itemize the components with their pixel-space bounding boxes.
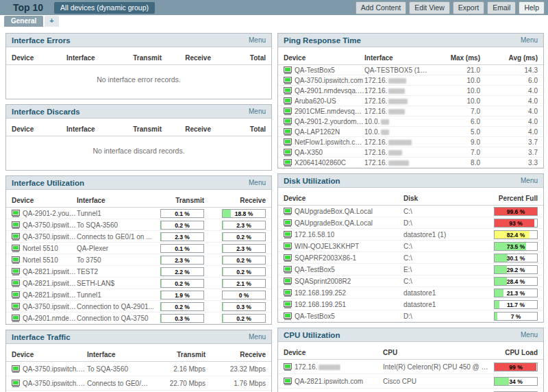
table-row[interactable]: QA-3750.ipswitch.com Connects to GE0/1 o… [6, 231, 271, 243]
table-row[interactable]: QAUpgradeBox.QA.Local D:\ 93 % [278, 217, 543, 229]
panel-header: Interface Errors Menu [6, 34, 271, 47]
device-cell: X20641402860C [284, 159, 364, 167]
table-row[interactable]: QA-2901.nmdevsqa... Connection to QA-375… [6, 313, 271, 324]
menu-link[interactable]: Menu [249, 179, 266, 186]
table-row[interactable]: QA-2901-2.yourdomain.com 10.0. 6.0 4.0 [278, 117, 543, 127]
table-row[interactable]: QA-2901.nmdevsqa.com 172.16. 10.0 4.0 [278, 86, 543, 96]
table-row[interactable]: Nortel 5510 To 3750 2.3 % 0.2 % [6, 254, 271, 266]
table-row[interactable]: QA-3750.ipswitch.com Cisco CPU 27 % [278, 389, 543, 392]
redacted-ip [388, 109, 405, 114]
device-icon [284, 87, 292, 95]
table-row[interactable]: QA-2901-2.yourdo... Tunnel1 0.1 % 18.8 % [6, 208, 271, 219]
menu-link[interactable]: Menu [249, 36, 266, 44]
table-row[interactable]: QA-X350 172.16. 7.0 3.7 [278, 147, 543, 158]
device-name: X20641402860C [295, 159, 346, 167]
edit-view-button[interactable]: Edit View [409, 1, 450, 14]
disk-name: E:\ [403, 266, 491, 273]
table-row[interactable]: QAUpgradeBox.QA.Local C:\ 99.6 % [278, 206, 543, 217]
cpu-load-value: 99 % [495, 363, 537, 372]
table-row[interactable]: NetFlow1.ipswitch.com 172.16. 9.0 3.7 [278, 137, 543, 147]
table-row[interactable]: QA-TestBox5 D:\ 7 % [278, 310, 543, 322]
table-row[interactable]: QA-2821.ipswitch.com TEST2 2.2 % 0.2 % [6, 266, 271, 278]
col-receive: Receive [162, 125, 211, 133]
receive-bar: 2.3 % [222, 221, 266, 230]
percent-full-value: 11.7 % [495, 301, 537, 310]
avg-ms-value: 3.7 [480, 138, 538, 146]
transmit-value: 2.3 % [161, 233, 203, 242]
device-group-button[interactable]: All devices (dynamic group) [54, 2, 155, 14]
menu-link[interactable]: Menu [521, 331, 538, 339]
percent-full-cell: 99.6 % [491, 207, 538, 216]
table-row[interactable]: QA-3750.ipswitch.com Connection to QA-29… [6, 301, 271, 313]
device-name: QA-2901.nmdevsqa.com [295, 87, 364, 95]
col-interface: Interface [77, 197, 155, 204]
table-row[interactable]: QA-3750.ipswitch.com To SQA-3560 2.16 Mb… [6, 362, 271, 376]
menu-link[interactable]: Menu [521, 36, 538, 44]
table-row[interactable]: QA-3750.ipswitch.com To SQA-3560 0.2 % 2… [6, 219, 271, 231]
table-row[interactable]: QA-LAP1262N 10.0. 5.0 4.0 [278, 127, 543, 137]
interface-name: 172.16. [364, 97, 431, 105]
table-row[interactable]: 192.168.199.252 datastore1 21.3 % [278, 287, 543, 299]
panel-title: CPU Utilization [284, 331, 340, 339]
device-cell: QAUpgradeBox.QA.Local [284, 208, 403, 215]
table-row[interactable]: QA-2821.ipswitch.com Cisco CPU 34 % [278, 374, 543, 389]
device-icon [284, 66, 292, 74]
transmit-bar: 0.2 % [160, 302, 204, 311]
menu-link[interactable]: Menu [249, 108, 266, 115]
device-name: QA-2821.ipswitch.com [23, 280, 77, 287]
receive-bar: 0.2 % [222, 232, 266, 241]
device-cell: Aruba620-US [284, 97, 364, 105]
add-content-button[interactable]: Add Content [356, 1, 406, 14]
menu-link[interactable]: Menu [249, 333, 266, 341]
table-row[interactable]: 192.168.199.251 datastore1 11.7 % [278, 299, 543, 310]
percent-full-cell: 82.4 % [491, 230, 538, 239]
device-name: Nortel 5510 [23, 245, 58, 252]
table-body: QA-TestBox5 QA-TESTBOX5 (172.16.59.150) … [278, 65, 543, 168]
transmit-cell: 0.2 % [155, 221, 204, 230]
table-row[interactable]: QA-2821.ipswitch.com Tunnel1 1.9 % 0 % [6, 289, 271, 301]
interface-name: 172.16. [364, 159, 431, 167]
device-icon [284, 149, 292, 156]
device-cell: NetFlow1.ipswitch.com [284, 138, 364, 146]
table-row[interactable]: X20641402860C 172.16. 8.0 3.3 [278, 158, 543, 168]
device-icon [12, 365, 20, 373]
col-device: Device [284, 195, 403, 202]
export-button[interactable]: Export [453, 1, 484, 14]
help-button[interactable]: Help [519, 1, 545, 14]
menu-link[interactable]: Menu [521, 177, 538, 184]
cpu-name: Cisco CPU [383, 378, 491, 385]
col-total: Total [211, 125, 266, 133]
col-transmit: Transmit [110, 125, 162, 133]
tab-general[interactable]: General [4, 16, 43, 27]
device-cell: QA-3750.ipswitch.com [12, 380, 87, 387]
transmit-value: 2.2 % [161, 268, 203, 277]
col-device: Device [12, 197, 77, 204]
device-cell: QA-3750.ipswitch.com [12, 233, 77, 241]
device-icon [12, 380, 20, 387]
add-tab-button[interactable]: + [45, 16, 58, 27]
table-row[interactable]: Nortel 5510 QA-Plexer 0.1 % 2.3 % [6, 243, 271, 254]
device-name: QAUpgradeBox.QA.Local [295, 219, 373, 227]
table-row[interactable]: QA-3750.ipswitch.com 172.16. 10.0 6.0 [278, 75, 543, 86]
table-row[interactable]: QA-3750.ipswitch.com Connects to GE0/1 o… [6, 376, 271, 391]
table-row[interactable]: 172.16. Intel(R) Celeron(R) CPU 450 @ 2.… [278, 360, 543, 374]
table-row[interactable]: SQAPRF2003X86-1 C:\ 30.1 % [278, 252, 543, 264]
table-row[interactable]: SQASprint2008R2 C:\ 28.4 % [278, 275, 543, 287]
table-row[interactable]: QA-2821.ipswitch.com SETH-LAN$ 0.2 % 2.1… [6, 278, 271, 289]
interface-name: To SQA-3560 [77, 221, 155, 229]
col-receive: Receive [204, 197, 266, 204]
table-row[interactable]: 172.16.58.10 datastore1 (1) 82.4 % [278, 229, 543, 241]
col-max-ms: Max (ms) [431, 54, 480, 62]
table-row[interactable]: QA-TestBox5 QA-TESTBOX5 (172.16.59.150) … [278, 65, 543, 75]
table-row[interactable]: 2901CME.nmdevsqa.com 172.16. 7.0 4.0 [278, 106, 543, 117]
email-button[interactable]: Email [487, 1, 516, 14]
transmit-bar: 2.3 % [160, 232, 204, 241]
disk-name: datastore1 [403, 289, 491, 297]
transmit-bar: 0.3 % [160, 314, 204, 323]
column-headers: Device Disk Percent Full [278, 188, 543, 206]
table-row[interactable]: QA-TestBox5 E:\ 29.2 % [278, 264, 543, 275]
table-row[interactable]: Aruba620-US 172.16. 10.0 4.0 [278, 96, 543, 106]
table-row[interactable]: WIN-QOJEL3KKHPT C:\ 73.5 % [278, 241, 543, 252]
transmit-cell: 0.1 % [155, 244, 204, 253]
device-icon [284, 266, 292, 273]
